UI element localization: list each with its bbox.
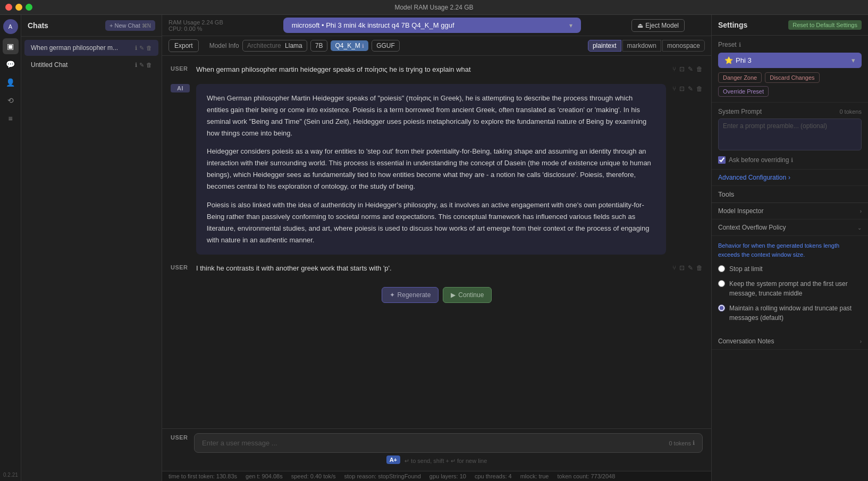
message-input[interactable] [202, 439, 669, 447]
model-bar: RAM Usage 2.24 GB CPU: 0.00 % microsoft … [162, 15, 711, 36]
new-chat-button[interactable]: + New Chat ⌘N [105, 20, 155, 31]
chat-item-actions: ℹ ✎ 🗑 [135, 62, 152, 69]
message-actions: ⑂ ⊡ ✎ 🗑 [672, 64, 703, 73]
reset-defaults-button[interactable]: Reset to Default Settings [788, 20, 862, 30]
chat-delete-icon[interactable]: 🗑 [146, 62, 152, 69]
action-buttons: ✦ Regenerate ▶ Continue [171, 283, 703, 307]
message-role-ai: AI [171, 84, 190, 92]
system-prompt-input[interactable] [718, 119, 862, 150]
message-row: AI When German philosopher Martin Heideg… [171, 84, 703, 255]
copy-icon[interactable]: ⊡ [679, 85, 685, 92]
edit-icon[interactable]: ✎ [688, 264, 693, 272]
token-count: 0 tokens ℹ [669, 440, 695, 446]
sidebar-header: Chats + New Chat ⌘N [21, 15, 162, 37]
advanced-config-section: Advanced Configuration › [712, 170, 868, 186]
title-bar: Model RAM Usage 2.24 GB [0, 0, 868, 15]
status-bar: time to first token: 130.83s gen t: 904.… [162, 471, 711, 481]
radio-rolling-label: Maintain a rolling window and truncate p… [729, 303, 862, 323]
close-button[interactable] [5, 4, 12, 11]
info-icon[interactable]: ℹ [693, 440, 695, 446]
advanced-config-button[interactable]: Advanced Configuration › [718, 174, 862, 181]
ai-paragraph: Poiesis is also linked with the idea of … [207, 199, 655, 246]
fork-icon[interactable]: ⑂ [672, 264, 676, 272]
copy-icon[interactable]: ⊡ [679, 65, 685, 73]
title-bar-text: Model RAM Usage 2.24 GB [394, 4, 473, 11]
preset-selector[interactable]: ⭐ Phi 3 ▾ [718, 53, 862, 68]
regenerate-button[interactable]: ✦ Regenerate [382, 287, 439, 303]
system-prompt-token-count: 0 tokens [839, 108, 862, 115]
ai-message-box: When German philosopher Martin Heidegger… [196, 84, 666, 255]
delete-icon[interactable]: 🗑 [696, 65, 703, 73]
ai-paragraph: When German philosopher Martin Heidegger… [207, 92, 655, 139]
chevron-right-icon: › [860, 208, 862, 214]
message-role-user: USER [171, 263, 190, 271]
chat-edit-icon[interactable]: ✎ [139, 62, 144, 69]
plaintext-view-button[interactable]: plaintext [588, 40, 621, 52]
edit-icon[interactable]: ✎ [688, 65, 693, 73]
chevron-down-icon: ⌄ [857, 225, 862, 231]
model-inspector-row[interactable]: Model Inspector › [712, 203, 868, 220]
edit-icon[interactable]: ✎ [688, 85, 693, 92]
continue-button[interactable]: ▶ Continue [443, 287, 492, 303]
context-overflow-row[interactable]: Context Overflow Policy ⌄ [712, 220, 868, 236]
chat-item[interactable]: Untitled Chat ℹ ✎ 🗑 [24, 57, 158, 73]
delete-icon[interactable]: 🗑 [696, 85, 703, 92]
override-preset-button[interactable]: Override Preset [718, 86, 769, 97]
preset-info-icon[interactable]: ℹ [739, 41, 741, 48]
model-info: Model Info Architecture Llama 7B Q4_K_M … [209, 40, 400, 52]
model-selector[interactable]: microsoft • Phi 3 mini 4k instruct q4 7B… [283, 18, 581, 33]
chat-edit-icon[interactable]: ✎ [139, 45, 144, 52]
fork-icon[interactable]: ⑂ [672, 85, 676, 92]
view-buttons: plaintext markdown monospace [588, 40, 705, 52]
preset-section: Preset ℹ ⭐ Phi 3 ▾ Danger Zone Discard C… [712, 36, 868, 103]
ram-info: RAM Usage 2.24 GB CPU: 0.00 % [168, 19, 232, 32]
radio-stop-label: Stop at limit [729, 264, 763, 274]
ai-paragraph: Heidegger considers poiesis as a way for… [207, 146, 655, 192]
ask-override-info-icon[interactable]: ℹ [791, 157, 793, 164]
monospace-view-button[interactable]: monospace [662, 40, 705, 52]
chat-delete-icon[interactable]: 🗑 [146, 45, 152, 52]
delete-icon[interactable]: 🗑 [696, 264, 703, 272]
model-info-label: Model Info [209, 42, 239, 49]
sidebar-toggle-icon[interactable]: ▣ [3, 38, 19, 54]
architecture-badge: Architecture Llama [242, 40, 307, 52]
quant-badge[interactable]: Q4_K_M ℹ [331, 40, 368, 51]
history-nav-icon[interactable]: ⟲ [3, 92, 19, 108]
avatar[interactable]: A [3, 19, 18, 34]
system-prompt-label: System Prompt [718, 108, 762, 115]
toolbar: Export Model Info Architecture Llama 7B … [162, 36, 711, 56]
chat-info-icon[interactable]: ℹ [135, 62, 137, 69]
person-nav-icon[interactable]: 👤 [3, 74, 19, 90]
tools-section: Tools [712, 186, 868, 203]
eject-model-button[interactable]: ⏏ Eject Model [631, 19, 685, 32]
discard-changes-button[interactable]: Discard Changes [765, 72, 819, 83]
markdown-view-button[interactable]: markdown [622, 40, 661, 52]
radio-truncate-middle[interactable] [718, 280, 725, 287]
copy-icon[interactable]: ⊡ [679, 264, 685, 272]
radio-option-truncate: Keep the system prompt and the first use… [718, 279, 862, 298]
input-role-label: USER [171, 433, 190, 441]
preset-label: Preset ℹ [718, 41, 862, 48]
export-button[interactable]: Export [168, 39, 199, 52]
layers-nav-icon[interactable]: ≡ [3, 111, 19, 126]
maximize-button[interactable] [26, 4, 32, 11]
window-controls[interactable] [5, 4, 32, 11]
model-inspector-label: Model Inspector [718, 207, 763, 215]
icon-bar: A ▣ 💬 👤 ⟲ ≡ [0, 15, 21, 481]
chat-item[interactable]: When german philosopher m... ℹ ✎ 🗑 [24, 40, 158, 56]
radio-stop[interactable] [718, 265, 725, 272]
radio-rolling[interactable] [718, 305, 725, 311]
chevron-right-icon: › [788, 174, 790, 181]
chevron-down-icon: ▾ [852, 56, 855, 64]
conversation-notes-row[interactable]: Conversation Notes › [712, 333, 868, 350]
chat-info-icon[interactable]: ℹ [135, 45, 137, 52]
danger-zone-button[interactable]: Danger Zone [718, 72, 762, 83]
minimize-button[interactable] [15, 4, 22, 11]
message-actions: ⑂ ⊡ ✎ 🗑 [672, 263, 703, 272]
fork-icon[interactable]: ⑂ [672, 65, 676, 73]
chevron-down-icon: ▾ [569, 22, 572, 29]
ap-badge[interactable]: A+ [386, 455, 400, 464]
ask-override-checkbox[interactable] [718, 156, 726, 164]
chat-nav-icon[interactable]: 💬 [3, 56, 19, 72]
main-content: RAM Usage 2.24 GB CPU: 0.00 % microsoft … [162, 15, 711, 481]
